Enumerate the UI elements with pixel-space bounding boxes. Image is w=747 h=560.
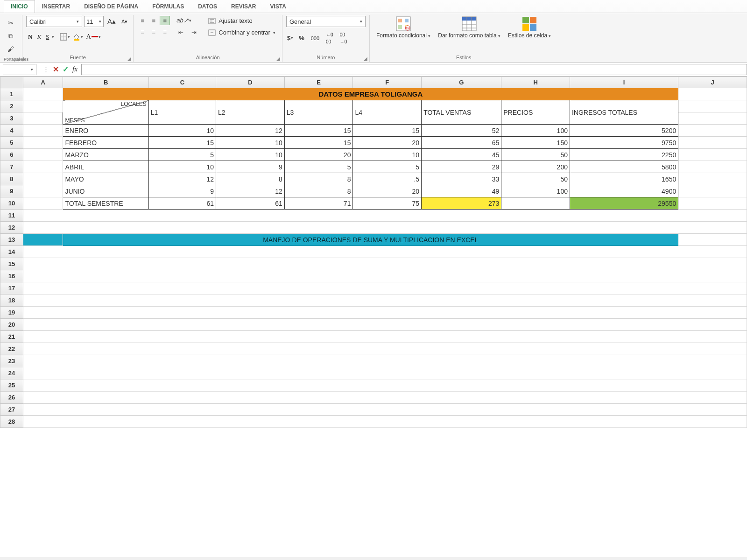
format-painter-icon[interactable]: 🖌: [6, 44, 16, 54]
sheet-title[interactable]: DATOS EMPRESA TOLIGANGA: [63, 88, 678, 100]
dialog-launcher-alineacion[interactable]: ◢: [276, 56, 280, 61]
cell[interactable]: .5: [353, 173, 422, 185]
cell[interactable]: 15: [284, 125, 353, 137]
cell[interactable]: 12: [216, 125, 285, 137]
diagonal-header[interactable]: LOCALES MESES: [63, 100, 148, 125]
cell[interactable]: [23, 161, 63, 173]
conditional-formatting-button[interactable]: fx Formato condicional ▾: [374, 16, 433, 39]
cell[interactable]: 1650: [570, 173, 678, 185]
cell[interactable]: 29: [422, 161, 501, 173]
cell[interactable]: [23, 88, 63, 100]
cell[interactable]: [678, 100, 747, 112]
cell[interactable]: 15: [353, 125, 422, 137]
row-head[interactable]: 14: [0, 246, 23, 258]
cell[interactable]: 2250: [570, 149, 678, 161]
cell[interactable]: 10: [353, 149, 422, 161]
row-head[interactable]: 15: [0, 258, 23, 270]
sheet-area[interactable]: A B C D E F G H I J 1 DATOS EMPRESA TOLI…: [0, 77, 747, 557]
expand-bar-icon[interactable]: ⋮: [43, 66, 49, 73]
cell[interactable]: [23, 246, 747, 258]
cell[interactable]: 20: [353, 137, 422, 149]
cell[interactable]: [23, 319, 747, 331]
dialog-launcher-numero[interactable]: ◢: [364, 56, 367, 61]
cell-month[interactable]: ABRIL: [63, 161, 148, 173]
decrease-decimal-button[interactable]: 00→0: [338, 30, 349, 46]
cell[interactable]: [23, 149, 63, 161]
row-head[interactable]: 22: [0, 343, 23, 355]
cell-month[interactable]: MAYO: [63, 173, 148, 185]
tab-vista[interactable]: VISTA: [263, 0, 293, 13]
row-head[interactable]: 26: [0, 392, 23, 404]
cell[interactable]: 61: [148, 197, 216, 210]
row-head[interactable]: 2: [0, 100, 23, 112]
increase-indent-icon[interactable]: ⇥: [189, 28, 199, 37]
accounting-format-button[interactable]: $▾: [286, 34, 294, 42]
cell[interactable]: 50: [501, 149, 570, 161]
cell[interactable]: [23, 112, 63, 125]
row-head[interactable]: 16: [0, 270, 23, 282]
cell-total-ingresos[interactable]: 29550: [570, 197, 678, 210]
row-head[interactable]: 25: [0, 379, 23, 392]
row-head[interactable]: 10: [0, 197, 23, 210]
formula-input[interactable]: [81, 64, 747, 75]
cell[interactable]: [23, 307, 747, 319]
font-family-select[interactable]: Calibri ▾: [26, 16, 82, 27]
cell-month[interactable]: ENERO: [63, 125, 148, 137]
cell[interactable]: 45: [422, 149, 501, 161]
cell[interactable]: 33: [422, 173, 501, 185]
row-head[interactable]: 18: [0, 294, 23, 307]
cell[interactable]: 5: [148, 149, 216, 161]
cell[interactable]: [23, 343, 747, 355]
font-size-select[interactable]: 11 ▾: [84, 16, 104, 27]
col-head-j[interactable]: J: [678, 77, 747, 88]
cell[interactable]: [23, 294, 747, 307]
borders-button[interactable]: ▾: [59, 32, 71, 42]
cell[interactable]: [501, 197, 570, 210]
cell[interactable]: 5: [353, 161, 422, 173]
cell[interactable]: [678, 185, 747, 197]
cell[interactable]: [23, 355, 747, 367]
cell[interactable]: 49: [422, 185, 501, 197]
cell[interactable]: [23, 331, 747, 343]
cell[interactable]: [23, 222, 747, 234]
increase-decimal-button[interactable]: ←000: [324, 30, 335, 46]
align-right-icon[interactable]: ≡: [160, 27, 170, 36]
cell[interactable]: [23, 416, 747, 428]
cell[interactable]: 5: [284, 161, 353, 173]
align-bottom-icon[interactable]: ≡: [160, 16, 170, 25]
cell[interactable]: 52: [422, 125, 501, 137]
cell[interactable]: 9750: [570, 137, 678, 149]
cut-icon[interactable]: ✂: [6, 18, 16, 28]
name-box[interactable]: ▾: [3, 64, 36, 75]
col-head-f[interactable]: F: [353, 77, 422, 88]
cell[interactable]: [23, 282, 747, 294]
cancel-icon[interactable]: ✕: [53, 65, 59, 74]
chevron-down-icon[interactable]: ▾: [52, 35, 54, 39]
cell[interactable]: [23, 270, 747, 282]
increase-font-icon[interactable]: A▴: [106, 16, 118, 27]
cell[interactable]: 4900: [570, 185, 678, 197]
col-head-a[interactable]: A: [23, 77, 63, 88]
row-head[interactable]: 24: [0, 367, 23, 379]
cell[interactable]: [23, 185, 63, 197]
tab-diseno-pagina[interactable]: DISEÑO DE PÁGINA: [77, 0, 145, 13]
cell[interactable]: [678, 234, 747, 246]
row-head[interactable]: 5: [0, 137, 23, 149]
instruction-text[interactable]: MANEJO DE OPERACIONES DE SUMA Y MULTIPLI…: [63, 234, 678, 246]
cell[interactable]: [678, 161, 747, 173]
cell[interactable]: 8: [284, 185, 353, 197]
col-head-c[interactable]: C: [148, 77, 216, 88]
format-as-table-button[interactable]: Dar formato como tabla ▾: [435, 16, 503, 39]
cell[interactable]: 10: [216, 137, 285, 149]
cell[interactable]: 8: [216, 173, 285, 185]
cell[interactable]: [23, 173, 63, 185]
header-total-ventas[interactable]: TOTAL VENTAS: [422, 100, 501, 125]
header-precios[interactable]: PRECIOS: [501, 100, 570, 125]
cell[interactable]: 8: [284, 173, 353, 185]
align-middle-icon[interactable]: ≡: [148, 16, 159, 25]
row-head[interactable]: 4: [0, 125, 23, 137]
header-l1[interactable]: L1: [148, 100, 216, 125]
tab-revisar[interactable]: REVISAR: [224, 0, 263, 13]
cell[interactable]: [678, 125, 747, 137]
orientation-button[interactable]: ab↗ ▾: [176, 16, 199, 25]
